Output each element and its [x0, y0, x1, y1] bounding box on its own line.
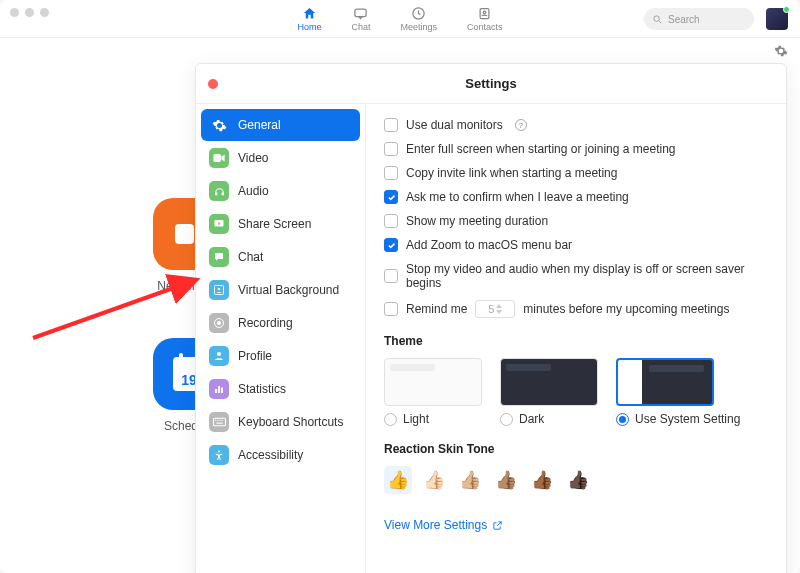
main-window: Home Chat Meetings Contacts Search	[0, 0, 800, 573]
option-label: Remind me	[406, 302, 467, 316]
settings-header: Settings	[196, 64, 786, 104]
svg-point-3	[484, 11, 487, 14]
settings-content: Use dual monitors ? Enter full screen wh…	[366, 104, 786, 573]
checkbox[interactable]	[384, 190, 398, 204]
remind-minutes-stepper[interactable]: 5	[475, 300, 515, 318]
theme-label: Use System Setting	[635, 412, 740, 426]
sidebar-item-chat[interactable]: Chat	[201, 241, 360, 273]
option-stop-video[interactable]: Stop my video and audio when my display …	[384, 262, 768, 290]
skin-tone-5[interactable]: 👍🏾	[528, 466, 556, 494]
view-more-settings-link[interactable]: View More Settings	[384, 518, 768, 532]
checkbox[interactable]	[384, 269, 398, 283]
radio[interactable]	[500, 413, 513, 426]
nav-chat[interactable]: Chat	[351, 6, 370, 32]
skin-tone-1[interactable]: 👍	[384, 466, 412, 494]
svg-rect-16	[213, 418, 225, 426]
theme-dark[interactable]: Dark	[500, 358, 598, 426]
option-dual-monitors[interactable]: Use dual monitors ?	[384, 118, 768, 132]
nav-contacts-label: Contacts	[467, 22, 503, 32]
option-remind-me[interactable]: Remind me 5 minutes before my upcoming m…	[384, 300, 768, 318]
keyboard-icon	[209, 412, 229, 432]
sidebar-item-label: Recording	[238, 316, 293, 330]
radio[interactable]	[384, 413, 397, 426]
top-nav: Home Chat Meetings Contacts	[297, 6, 502, 32]
checkbox[interactable]	[384, 166, 398, 180]
help-icon[interactable]: ?	[515, 119, 527, 131]
sidebar-item-label: Virtual Background	[238, 283, 339, 297]
nav-home[interactable]: Home	[297, 6, 321, 32]
nav-chat-label: Chat	[351, 22, 370, 32]
svg-rect-20	[221, 420, 222, 421]
stepper-arrows-icon	[496, 304, 502, 314]
sidebar-item-accessibility[interactable]: Accessibility	[201, 439, 360, 471]
option-label: Copy invite link when starting a meeting	[406, 166, 617, 180]
radio[interactable]	[616, 413, 629, 426]
option-copy-invite[interactable]: Copy invite link when starting a meeting	[384, 166, 768, 180]
checkbox[interactable]	[384, 118, 398, 132]
nav-meetings[interactable]: Meetings	[400, 6, 437, 32]
sidebar-item-statistics[interactable]: Statistics	[201, 373, 360, 405]
skin-tone-heading: Reaction Skin Tone	[384, 442, 768, 456]
profile-icon	[209, 346, 229, 366]
option-label: Show my meeting duration	[406, 214, 548, 228]
view-more-label: View More Settings	[384, 518, 487, 532]
svg-rect-15	[221, 388, 223, 394]
theme-heading: Theme	[384, 334, 768, 348]
checkbox[interactable]	[384, 302, 398, 316]
search-placeholder: Search	[668, 14, 700, 25]
sidebar-item-label: Chat	[238, 250, 263, 264]
checkbox[interactable]	[384, 142, 398, 156]
nav-contacts[interactable]: Contacts	[467, 6, 503, 32]
option-show-duration[interactable]: Show my meeting duration	[384, 214, 768, 228]
skin-tone-3[interactable]: 👍🏼	[456, 466, 484, 494]
skin-tone-2[interactable]: 👍🏻	[420, 466, 448, 494]
record-icon	[209, 313, 229, 333]
svg-rect-6	[213, 154, 221, 162]
external-link-icon	[492, 520, 503, 531]
theme-light[interactable]: Light	[384, 358, 482, 426]
sidebar-item-general[interactable]: General	[201, 109, 360, 141]
option-confirm-leave[interactable]: Ask me to confirm when I leave a meeting	[384, 190, 768, 204]
skin-tone-4[interactable]: 👍🏽	[492, 466, 520, 494]
option-full-screen[interactable]: Enter full screen when starting or joini…	[384, 142, 768, 156]
svg-rect-18	[217, 420, 218, 421]
sidebar-item-keyboard-shortcuts[interactable]: Keyboard Shortcuts	[201, 406, 360, 438]
svg-rect-21	[216, 423, 223, 424]
svg-point-4	[654, 15, 660, 21]
video-icon	[209, 148, 229, 168]
sidebar-item-virtual-background[interactable]: Virtual Background	[201, 274, 360, 306]
presence-dot	[783, 6, 790, 13]
skin-tone-options: 👍 👍🏻 👍🏼 👍🏽 👍🏾 👍🏿	[384, 466, 768, 494]
top-bar: Home Chat Meetings Contacts Search	[0, 0, 800, 38]
user-avatar[interactable]	[766, 8, 788, 30]
headphones-icon	[209, 181, 229, 201]
svg-rect-13	[215, 389, 217, 393]
nav-meetings-label: Meetings	[400, 22, 437, 32]
checkbox[interactable]	[384, 238, 398, 252]
theme-label: Dark	[519, 412, 544, 426]
skin-tone-6[interactable]: 👍🏿	[564, 466, 592, 494]
option-label: Ask me to confirm when I leave a meeting	[406, 190, 629, 204]
settings-close-button[interactable]	[208, 79, 218, 89]
sidebar-item-recording[interactable]: Recording	[201, 307, 360, 339]
sidebar-item-video[interactable]: Video	[201, 142, 360, 174]
search-input[interactable]: Search	[644, 8, 754, 30]
option-label: Stop my video and audio when my display …	[406, 262, 768, 290]
nav-home-label: Home	[297, 22, 321, 32]
settings-modal: Settings General Video Audio	[195, 63, 787, 573]
svg-point-22	[218, 451, 220, 453]
option-label: Use dual monitors	[406, 118, 503, 132]
svg-point-12	[217, 352, 221, 356]
virtual-bg-icon	[209, 280, 229, 300]
checkbox[interactable]	[384, 214, 398, 228]
sidebar-item-share-screen[interactable]: Share Screen	[201, 208, 360, 240]
theme-system[interactable]: Use System Setting	[616, 358, 740, 426]
remind-value: 5	[488, 303, 494, 315]
accessibility-icon	[209, 445, 229, 465]
svg-point-11	[217, 321, 221, 325]
option-menu-bar[interactable]: Add Zoom to macOS menu bar	[384, 238, 768, 252]
sidebar-item-profile[interactable]: Profile	[201, 340, 360, 372]
chat-icon	[209, 247, 229, 267]
svg-rect-14	[218, 386, 220, 393]
sidebar-item-audio[interactable]: Audio	[201, 175, 360, 207]
